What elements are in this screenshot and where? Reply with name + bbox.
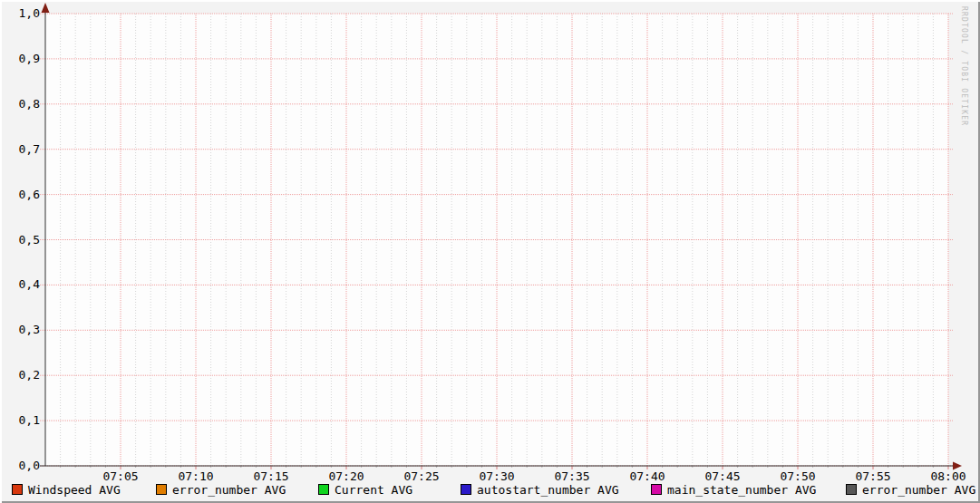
- legend-label: autostart_number AVG: [477, 483, 619, 497]
- y-tick-label: 0,0: [7, 459, 40, 472]
- x-tick-label: 07:40: [622, 470, 673, 483]
- x-tick-label: 07:15: [246, 470, 296, 483]
- y-tick-label: 0,6: [7, 189, 40, 201]
- legend-item: Current AVG: [318, 483, 412, 496]
- legend: Windspeed AVGerror_number AVGCurrent AVG…: [0, 483, 980, 498]
- legend-swatch-icon: [156, 484, 167, 495]
- y-tick-label: 1,0: [7, 7, 40, 20]
- x-tick-label: 07:25: [396, 470, 447, 483]
- y-axis-arrow-icon: [42, 3, 50, 13]
- y-tick-label: 0,1: [7, 414, 40, 427]
- grid-svg: [0, 0, 980, 503]
- y-tick-label: 0,7: [7, 143, 40, 156]
- legend-item: autostart_number AVG: [461, 483, 619, 496]
- legend-item: Windspeed AVG: [12, 483, 121, 496]
- legend-swatch-icon: [846, 484, 857, 495]
- y-tick-label: 0,9: [7, 53, 40, 65]
- legend-swatch-icon: [318, 484, 329, 495]
- legend-item: error_number AVG: [156, 483, 286, 496]
- legend-label: main_state_number AVG: [667, 483, 816, 497]
- x-tick-label: 07:20: [321, 470, 372, 483]
- y-tick-label: 0,8: [7, 98, 40, 111]
- legend-label: error_number AVG: [172, 483, 286, 497]
- x-tick-label: 08:00: [923, 470, 974, 483]
- y-tick-label: 0,3: [7, 324, 40, 336]
- legend-label: Current AVG: [335, 483, 412, 497]
- x-tick-label: 07:35: [547, 470, 597, 483]
- legend-swatch-icon: [12, 484, 23, 495]
- x-tick-label: 07:30: [471, 470, 522, 483]
- legend-item: error_number AVG: [846, 483, 975, 496]
- x-tick-label: 07:10: [170, 470, 221, 483]
- y-tick-label: 0,2: [7, 369, 40, 382]
- y-tick-label: 0,5: [7, 234, 40, 247]
- x-tick-label: 07:55: [848, 470, 898, 483]
- legend-swatch-icon: [461, 484, 471, 495]
- rrdtool-graph: 1,00,90,80,70,60,50,40,30,20,10,0 07:050…: [0, 0, 980, 503]
- legend-label: Windspeed AVG: [28, 483, 121, 497]
- x-tick-label: 07:05: [95, 470, 146, 483]
- legend-item: main_state_number AVG: [651, 483, 816, 496]
- y-tick-label: 0,4: [7, 278, 40, 291]
- x-tick-label: 07:50: [772, 470, 823, 483]
- watermark: RRDTOOL / TOBI OETIKER: [960, 6, 968, 296]
- legend-label: error_number AVG: [862, 483, 975, 497]
- legend-swatch-icon: [651, 484, 662, 495]
- x-tick-label: 07:45: [697, 470, 748, 483]
